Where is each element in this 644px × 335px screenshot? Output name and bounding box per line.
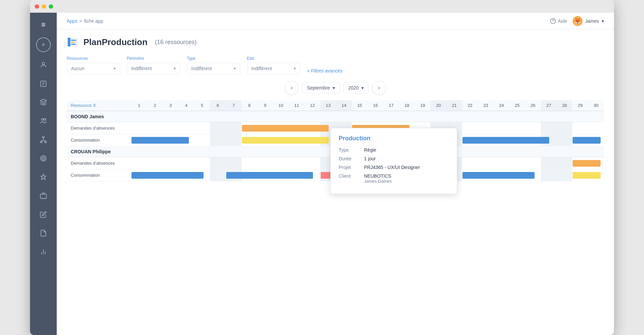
gantt-cell-28[interactable] — [557, 122, 572, 134]
gantt-cell-1[interactable] — [131, 134, 147, 146]
gantt-bar[interactable] — [242, 137, 329, 144]
gantt-cell-27[interactable] — [541, 122, 557, 134]
gantt-cell-28[interactable] — [557, 169, 572, 181]
sidebar-item-chart[interactable] — [35, 243, 52, 261]
sidebar-item-target[interactable] — [35, 150, 52, 167]
sidebar-item-tasks[interactable] — [35, 75, 52, 92]
sidebar-item-briefcase[interactable] — [35, 187, 52, 204]
gantt-cell-7[interactable] — [226, 169, 242, 181]
gantt-cell-9[interactable] — [257, 157, 273, 169]
etat-select[interactable]: Indifférent ▾ — [247, 63, 300, 74]
month-select[interactable]: Septembre ▾ — [302, 82, 340, 94]
gantt-cell-22[interactable] — [462, 134, 478, 146]
gantt-cell-6[interactable] — [210, 157, 226, 169]
prev-icon: ‹ — [291, 85, 293, 91]
gantt-cell-2[interactable] — [147, 122, 163, 134]
gantt-cell-28[interactable] — [557, 134, 572, 146]
gantt-bar[interactable] — [573, 160, 601, 167]
gantt-cell-1[interactable] — [131, 157, 147, 169]
gantt-cell-30[interactable] — [588, 122, 604, 134]
gantt-bar[interactable] — [573, 137, 601, 144]
month-value: Septembre — [307, 85, 330, 91]
gantt-cell-24[interactable] — [494, 157, 509, 169]
ressources-select[interactable]: Aucun ▾ — [67, 63, 120, 74]
minimize-button[interactable] — [42, 4, 46, 9]
gantt-cell-1[interactable] — [131, 122, 147, 134]
gantt-cell-5[interactable] — [194, 122, 210, 134]
type-select[interactable]: Indifférent ▾ — [187, 63, 240, 74]
person-row: BOOND James — [67, 111, 604, 122]
gantt-cell-1[interactable] — [131, 169, 147, 181]
gantt-bar[interactable] — [573, 172, 601, 179]
gantt-cell-7[interactable] — [226, 134, 242, 146]
gantt-cell-29[interactable] — [572, 134, 588, 146]
resource-column-header[interactable]: Ressource ⇕ — [67, 100, 131, 111]
gantt-bar[interactable] — [462, 137, 549, 144]
help-button[interactable]: Aide — [550, 18, 567, 24]
gantt-cell-29[interactable] — [572, 169, 588, 181]
day-header-30: 30 — [588, 100, 604, 111]
gantt-bar[interactable] — [131, 137, 189, 144]
perimetre-value: Indifférent — [131, 66, 152, 71]
gantt-bar[interactable] — [226, 172, 313, 179]
maximize-button[interactable] — [49, 4, 53, 9]
user-menu-button[interactable]: 🦊 James ▾ — [573, 16, 604, 26]
gantt-cell-22[interactable] — [462, 122, 478, 134]
gantt-bar[interactable] — [242, 125, 329, 132]
gantt-cell-4[interactable] — [179, 122, 194, 134]
sidebar-item-team[interactable] — [35, 112, 52, 130]
gantt-cell-10[interactable] — [273, 157, 289, 169]
gantt-cell-8[interactable] — [242, 157, 257, 169]
gantt-cell-25[interactable] — [509, 122, 525, 134]
sidebar-menu-toggle[interactable]: ≡ — [35, 16, 52, 33]
gantt-cell-5[interactable] — [194, 157, 210, 169]
gantt-cell-22[interactable] — [462, 169, 478, 181]
gantt-cell-6[interactable] — [210, 122, 226, 134]
gantt-cell-27[interactable] — [541, 169, 557, 181]
gantt-cell-23[interactable] — [478, 122, 494, 134]
next-month-button[interactable]: › — [372, 81, 386, 95]
gantt-cell-5[interactable] — [194, 134, 210, 146]
gantt-cell-24[interactable] — [494, 122, 509, 134]
breadcrumb-root[interactable]: Apps — [67, 18, 77, 24]
gantt-cell-2[interactable] — [147, 157, 163, 169]
gantt-cell-22[interactable] — [462, 157, 478, 169]
sidebar-item-education[interactable] — [35, 94, 52, 111]
gantt-cell-6[interactable] — [210, 169, 226, 181]
close-button[interactable] — [35, 4, 39, 9]
gantt-cell-29[interactable] — [572, 122, 588, 134]
gantt-cell-27[interactable] — [541, 157, 557, 169]
sidebar-add-button[interactable]: + — [36, 37, 51, 52]
sidebar-item-document[interactable] — [35, 224, 52, 242]
sidebar-item-pin[interactable] — [35, 168, 52, 186]
gantt-cell-8[interactable] — [242, 134, 257, 146]
gantt-cell-29[interactable] — [572, 157, 588, 169]
day-header-23: 23 — [478, 100, 494, 111]
gantt-cell-4[interactable] — [179, 157, 194, 169]
advanced-filters-link[interactable]: + Filtres avancés — [307, 68, 342, 73]
gantt-cell-26[interactable] — [525, 122, 541, 134]
sidebar-item-org[interactable] — [35, 131, 52, 148]
gantt-bar[interactable] — [131, 172, 204, 179]
year-select[interactable]: 2020 ▾ — [343, 82, 369, 94]
gantt-cell-28[interactable] — [557, 157, 572, 169]
gantt-cell-3[interactable] — [163, 122, 179, 134]
gantt-bar[interactable] — [462, 172, 535, 179]
prev-month-button[interactable]: ‹ — [285, 81, 299, 95]
day-header-5: 5 — [194, 100, 210, 111]
gantt-cell-25[interactable] — [509, 157, 525, 169]
gantt-cell-6[interactable] — [210, 134, 226, 146]
gantt-cell-11[interactable] — [289, 157, 304, 169]
gantt-cell-23[interactable] — [478, 157, 494, 169]
gantt-cell-12[interactable] — [305, 157, 320, 169]
sidebar-item-profile[interactable] — [35, 56, 52, 73]
gantt-cell-7[interactable] — [226, 157, 242, 169]
sidebar-item-edit[interactable] — [35, 206, 52, 223]
perimetre-select[interactable]: Indifférent ▾ — [127, 63, 180, 74]
svg-point-6 — [44, 119, 46, 121]
gantt-cell-8[interactable] — [242, 122, 257, 134]
production-popup: Production Type Régie Durée 1 jour Proje… — [330, 128, 457, 194]
gantt-cell-3[interactable] — [163, 157, 179, 169]
gantt-cell-26[interactable] — [525, 157, 541, 169]
gantt-cell-7[interactable] — [226, 122, 242, 134]
